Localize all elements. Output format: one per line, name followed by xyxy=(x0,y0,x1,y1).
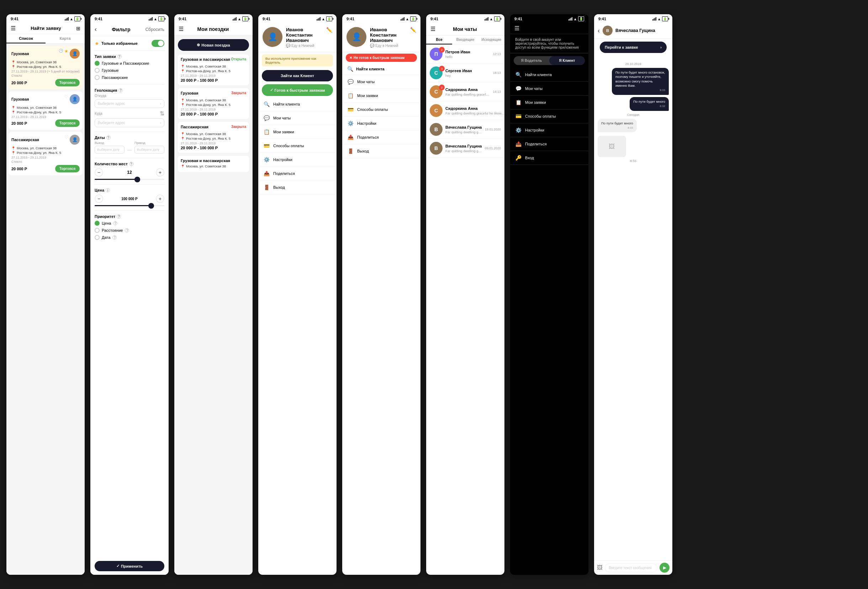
seats-slider-thumb[interactable] xyxy=(134,177,140,183)
menu-share-5[interactable]: 📤 Поделиться xyxy=(342,131,421,144)
guest-menu-settings[interactable]: ⚙️ Настройки xyxy=(510,123,588,137)
priority-price-help[interactable]: ? xyxy=(113,221,117,225)
seats-increase-btn[interactable]: + xyxy=(156,168,164,177)
apply-button[interactable]: ✓ Применить xyxy=(94,561,164,571)
back-button-chat[interactable]: ‹ xyxy=(598,27,600,34)
chat-item-0[interactable]: П 2 Петров Иван hello 12:13 xyxy=(426,45,505,63)
chat-name-0: Петров Иван xyxy=(445,50,490,54)
priority-date[interactable]: Дата ? xyxy=(94,235,164,240)
priority-price[interactable]: Цена ? xyxy=(94,221,164,226)
price-slider-thumb[interactable] xyxy=(148,203,154,209)
menu-logout-4[interactable]: 🚪 Выход xyxy=(258,181,337,194)
priority-help[interactable]: ? xyxy=(117,214,121,219)
new-trip-button[interactable]: ⊕ Новая поездка xyxy=(178,39,249,51)
tab-outgoing[interactable]: Исходящие xyxy=(478,35,505,44)
menu-settings-5[interactable]: ⚙️ Настройки xyxy=(342,116,421,131)
tab-incoming[interactable]: Входящие xyxy=(452,35,478,44)
guest-menu-login[interactable]: 🔑 Вход xyxy=(510,151,588,165)
chat-item-1[interactable]: С 3 Сергеев Иван hey 18:13 xyxy=(426,63,505,82)
tab-map[interactable]: Карта xyxy=(46,34,85,43)
not-ready-badge[interactable]: ✕ Не готов к быстрым заявкам xyxy=(346,54,417,62)
hamburger-icon-1[interactable]: ☰ xyxy=(11,25,16,32)
seats-help[interactable]: ? xyxy=(129,162,133,166)
toggle-client-btn[interactable]: Я Клиент xyxy=(549,56,585,65)
toggle-driver-btn[interactable]: Я Водитель xyxy=(514,56,549,65)
guest-menu-my-chats[interactable]: 💬 Мои чаты xyxy=(510,82,588,96)
order-type-help[interactable]: ? xyxy=(117,54,122,59)
trip-price-0: 20 000 Р - 100 000 Р xyxy=(181,78,246,82)
hamburger-icon-7[interactable]: ☰ xyxy=(514,25,520,31)
radio-cargo-passenger[interactable]: Грузовые и Пассажирские xyxy=(94,61,164,66)
menu-share-4[interactable]: 📤 Поделиться xyxy=(258,167,337,181)
trip-card-2[interactable]: Пассажирская Закрыта 📍Москва, ул. Советс… xyxy=(178,122,249,153)
reset-button[interactable]: Сбросить xyxy=(146,27,164,32)
trade-btn-0[interactable]: Торговся xyxy=(55,79,80,86)
favorites-toggle[interactable] xyxy=(152,40,164,47)
status-bar-1: 9:41 ▲ 🔋 xyxy=(6,14,85,23)
message-input[interactable]: Введите текст сообщения xyxy=(605,563,657,572)
from-input[interactable]: Выберите адрес › xyxy=(94,99,164,108)
chat-item-4[interactable]: В Вячеслава Гущина Far quitting dwelling… xyxy=(426,120,505,139)
guest-menu-find-client[interactable]: 🔍 Найти клиента xyxy=(510,68,588,82)
menu-my-orders-4[interactable]: 📋 Мои заявки xyxy=(258,125,337,139)
swap-icon[interactable]: ⇅ xyxy=(160,110,164,117)
priority-date-help[interactable]: ? xyxy=(112,235,117,240)
tab-list[interactable]: Список xyxy=(6,34,46,43)
filter-icon-1[interactable]: ⊞ xyxy=(76,26,80,31)
order-card-0[interactable]: Грузовая 🕐 ★ 👤 📍Москва, ул. Советская 38… xyxy=(9,46,83,89)
tab-all[interactable]: Все xyxy=(426,35,452,44)
trip-banner[interactable]: Перейти к заявке › xyxy=(600,41,667,53)
priority-distance-help[interactable]: ? xyxy=(125,228,129,233)
menu-payment-4[interactable]: 💳 Способы оплаты xyxy=(258,139,337,153)
ready-btn[interactable]: ✓ Готов к быстрым заявкам xyxy=(262,84,333,96)
chat-item-5[interactable]: В Вячеслава Гущина Far quitting dwelling… xyxy=(426,139,505,158)
chat-time-2: 14:13 xyxy=(493,90,501,93)
trip-card-0[interactable]: Грузовая и пассажирская Открыта 📍Москва,… xyxy=(178,54,249,85)
radio-cargo[interactable]: Грузовые xyxy=(94,68,164,73)
dates-help[interactable]: ? xyxy=(106,135,111,140)
seats-slider[interactable] xyxy=(94,179,164,180)
seats-decrease-btn[interactable]: − xyxy=(94,168,103,177)
order-card-2[interactable]: Пассажирская ♡ 👤 📍Москва, ул. Советская … xyxy=(9,132,83,175)
price-info-icon[interactable]: i xyxy=(106,188,110,192)
trip-route-2: 📍Москва, ул. Советская 38 📍Ростов-на-Дон… xyxy=(181,132,246,140)
trip-card-3[interactable]: Грузовая и пассажирская 📍Москва, ул. Сов… xyxy=(178,156,249,172)
menu-payment-5[interactable]: 💳 Способы оплаты xyxy=(342,103,421,116)
to-input[interactable]: Выберите адрес › xyxy=(94,118,164,127)
menu-settings-4[interactable]: ⚙️ Настройки xyxy=(258,153,337,167)
msg-img-placeholder: 🖼 xyxy=(598,134,669,157)
login-as-client-btn[interactable]: Зайти как Клиент xyxy=(262,70,333,81)
menu-my-orders-5[interactable]: 📋 Мои заявки xyxy=(342,89,421,103)
price-increase-btn[interactable]: + xyxy=(156,194,164,203)
hamburger-icon-6[interactable]: ☰ xyxy=(430,26,435,32)
menu-logout-5[interactable]: 🚪 Выход xyxy=(342,144,421,158)
guest-menu-payment[interactable]: 💳 Способы оплаты xyxy=(510,109,588,123)
guest-menu-my-orders[interactable]: 📋 Мои заявки xyxy=(510,96,588,109)
menu-find-client-5[interactable]: 🔍 Найти клиента xyxy=(342,63,421,75)
arrival-input[interactable]: Выберите дату xyxy=(134,146,164,153)
status-icons-4: ▲ 🔋 xyxy=(317,16,332,21)
departure-input[interactable]: Выберите дату xyxy=(94,146,124,153)
menu-my-chats-5[interactable]: 💬 Мои чаты xyxy=(342,75,421,89)
signal-icon-2 xyxy=(149,17,153,21)
edit-icon-4[interactable]: ✏️ xyxy=(326,27,332,33)
priority-distance[interactable]: Расстояние ? xyxy=(94,228,164,233)
edit-icon-5[interactable]: ✏️ xyxy=(410,27,416,33)
trade-btn-1[interactable]: Торговся xyxy=(55,119,80,127)
menu-my-chats-4[interactable]: 💬 Мои чаты xyxy=(258,111,337,125)
chat-item-3[interactable]: С Сидоркина Анна Far quitting dwelling g… xyxy=(426,101,505,120)
geo-help[interactable]: ? xyxy=(118,88,123,93)
back-button-filter[interactable]: ‹ xyxy=(94,26,97,33)
chat-item-2[interactable]: С 2 Сидоркина Анна Far quitting dwelling… xyxy=(426,82,505,101)
trade-btn-2[interactable]: Торговся xyxy=(55,165,80,172)
menu-find-client-4[interactable]: 🔍 Найти клиента xyxy=(258,97,337,111)
send-button[interactable]: ▶ xyxy=(660,563,670,573)
guest-menu-share[interactable]: 📤 Поделиться xyxy=(510,137,588,151)
trip-card-1[interactable]: Грузовая Закрыта 📍Москва, ул. Советская … xyxy=(178,88,249,119)
order-card-1[interactable]: Грузовая ♡ 👤 📍Москва, ул. Советская 38 📍… xyxy=(9,91,83,130)
radio-passenger[interactable]: Пассажирские xyxy=(94,75,164,80)
price-decrease-btn[interactable]: − xyxy=(94,194,103,203)
attachment-icon[interactable]: 🖼 xyxy=(597,564,602,571)
hamburger-icon-3[interactable]: ☰ xyxy=(179,26,183,32)
price-slider[interactable] xyxy=(94,205,164,206)
